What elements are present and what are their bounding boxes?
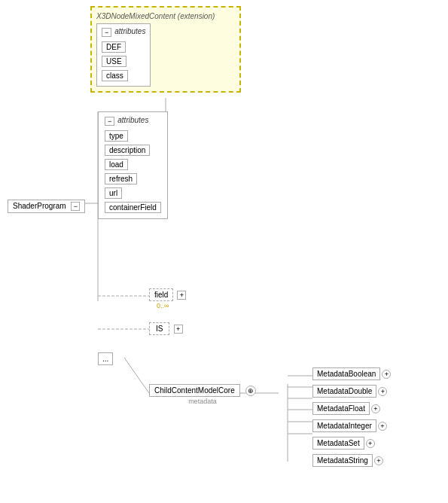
- field-cardinality: 0..∞: [157, 302, 186, 309]
- metadata-string-label: MetadataString: [312, 454, 373, 467]
- attr-refresh: refresh: [105, 173, 137, 184]
- svg-line-7: [124, 358, 149, 393]
- diagram: X3DNodeMixedContent (extension) − attrib…: [0, 0, 448, 503]
- is-box: IS: [149, 322, 169, 335]
- dots-label: ...: [102, 355, 108, 363]
- shader-program-label: ShaderProgram: [13, 202, 66, 210]
- extension-box: X3DNodeMixedContent (extension) − attrib…: [90, 6, 241, 93]
- metadata-float-expand[interactable]: +: [371, 404, 380, 413]
- main-attrs-collapse[interactable]: −: [105, 117, 114, 126]
- child-content-label: ChildContentModelCore: [154, 386, 235, 395]
- metadata-set-expand[interactable]: +: [366, 439, 375, 448]
- child-content-metadata: metadata: [149, 398, 256, 405]
- child-content-box: ChildContentModelCore: [149, 384, 240, 397]
- is-node: IS +: [149, 322, 183, 335]
- shader-program-expand[interactable]: −: [71, 202, 80, 211]
- attr-load: load: [105, 159, 128, 170]
- metadata-float-item: MetadataFloat +: [312, 402, 391, 415]
- extension-attr-USE: USE: [102, 54, 145, 69]
- metadata-set-label: MetadataSet: [312, 437, 364, 450]
- extension-attr-class: class: [102, 69, 145, 83]
- metadata-set-item: MetadataSet +: [312, 437, 391, 450]
- is-expand-button[interactable]: +: [174, 325, 183, 334]
- metadata-double-label: MetadataDouble: [312, 385, 376, 398]
- child-content-oplus: ⊕: [245, 386, 256, 396]
- attr-type: type: [105, 130, 128, 142]
- metadata-double-expand[interactable]: +: [378, 387, 387, 396]
- metadata-integer-label: MetadataInteger: [312, 419, 376, 432]
- metadata-string-expand[interactable]: +: [374, 456, 383, 465]
- dots-node[interactable]: ...: [98, 352, 113, 365]
- extension-attrs-box: − attributes DEF USE class: [96, 23, 151, 87]
- extension-attrs-title: attributes: [114, 27, 145, 35]
- extension-title: X3DNodeMixedContent (extension): [96, 12, 235, 20]
- metadata-string-item: MetadataString +: [312, 454, 391, 467]
- metadata-float-label: MetadataFloat: [312, 402, 370, 415]
- metadata-boolean-label: MetadataBoolean: [312, 367, 380, 380]
- field-expand-button[interactable]: +: [177, 291, 186, 300]
- attr-containerfield: containerField: [105, 202, 161, 213]
- attr-url: url: [105, 187, 122, 199]
- extension-attr-DEF: DEF: [102, 40, 145, 54]
- child-content-node: ChildContentModelCore ⊕ metadata: [149, 384, 256, 405]
- shader-program-node[interactable]: ShaderProgram −: [8, 200, 85, 213]
- main-attrs-box: − attributes type description load refre…: [98, 111, 168, 219]
- main-attrs-title: attributes: [117, 116, 148, 124]
- extension-attrs-collapse[interactable]: −: [102, 28, 111, 37]
- attr-description: description: [105, 145, 150, 156]
- metadata-boolean-expand[interactable]: +: [382, 370, 391, 379]
- metadata-integer-expand[interactable]: +: [378, 422, 387, 431]
- is-label: IS: [156, 325, 163, 333]
- metadata-nodes: MetadataBoolean + MetadataDouble + Metad…: [312, 367, 391, 471]
- field-node: field + 0..∞: [149, 288, 186, 309]
- field-label: field: [154, 291, 168, 299]
- field-box: field: [149, 288, 173, 301]
- metadata-double-item: MetadataDouble +: [312, 385, 391, 398]
- metadata-integer-item: MetadataInteger +: [312, 419, 391, 432]
- metadata-boolean-item: MetadataBoolean +: [312, 367, 391, 380]
